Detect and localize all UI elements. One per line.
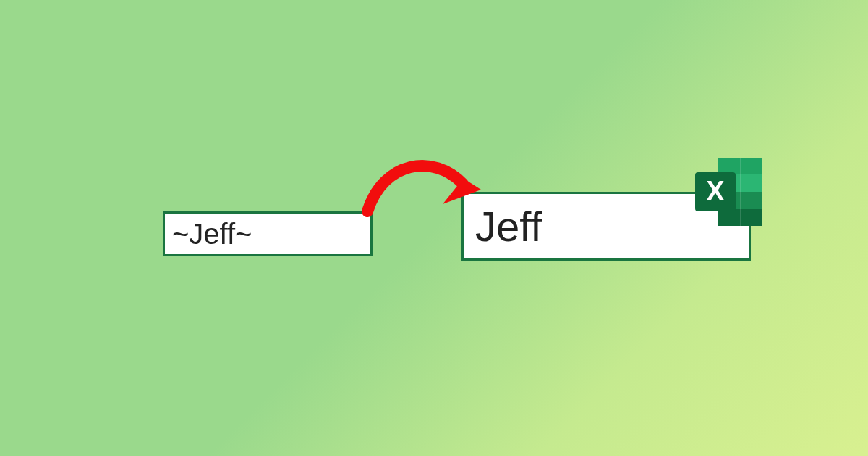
excel-icon: X (691, 152, 770, 232)
svg-rect-5 (740, 158, 741, 226)
source-cell: ~Jeff~ (163, 211, 373, 256)
source-cell-text: ~Jeff~ (172, 218, 252, 250)
arrow-icon (354, 139, 499, 219)
excel-icon-letter: X (706, 176, 725, 206)
